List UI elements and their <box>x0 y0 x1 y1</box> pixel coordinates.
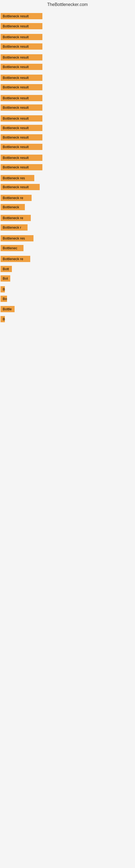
bottleneck-label: Bottleneck result <box>1 184 40 190</box>
list-item: Bottleneck result <box>1 134 42 142</box>
bottleneck-label: Bottleneck result <box>1 34 42 40</box>
bottleneck-label: Bott <box>1 266 12 272</box>
bottleneck-label: Bottleneck result <box>1 54 42 61</box>
bottleneck-label: Bottleneck result <box>1 125 42 131</box>
bottleneck-label: Bottleneck result <box>1 164 42 170</box>
list-item: Bottleneck result <box>1 115 42 123</box>
bottleneck-label: Bottleneck re <box>1 195 32 201</box>
bottleneck-label: Bottleneck result <box>1 95 42 101</box>
list-item: Bottleneck result <box>1 95 42 102</box>
site-title: TheBottlenecker.com <box>0 0 135 8</box>
bottleneck-label: Bottleneck res <box>1 235 34 241</box>
list-item: Bottleneck re <box>1 215 31 222</box>
list-item: B <box>1 286 5 293</box>
bottleneck-label: Bottle <box>1 306 14 312</box>
list-item: Bottleneck <box>1 204 25 211</box>
bottleneck-label: Bottleneck result <box>1 155 42 161</box>
list-item: Bottleneck r <box>1 224 28 231</box>
bottleneck-label: B <box>1 286 5 292</box>
bottleneck-label: Bottleneck r <box>1 224 28 230</box>
bottleneck-label: Bottleneck <box>1 204 25 210</box>
list-item: Bottleneck result <box>1 144 42 151</box>
list-item: Bottleneck result <box>1 13 42 20</box>
list-item: Bottleneck result <box>1 54 42 62</box>
bottleneck-label: Bottleneck re <box>1 256 30 262</box>
list-item: Bottle <box>1 306 14 313</box>
bottleneck-label: Bottleneck result <box>1 64 42 70</box>
list-item: Bottleneck res <box>1 235 34 243</box>
list-item: Bottleneck re <box>1 256 30 263</box>
list-item: Bottleneck result <box>1 23 42 30</box>
list-item: Bottleneck result <box>1 64 42 71</box>
bottleneck-label: Bottleneck result <box>1 134 42 141</box>
list-item: Bottleneck result <box>1 184 40 191</box>
bottleneck-label: Bo <box>1 296 7 302</box>
list-item: B <box>1 316 5 323</box>
bottleneck-label: B <box>1 316 5 322</box>
bottleneck-label: Bottleneck result <box>1 104 42 111</box>
list-item: Bottleneck result <box>1 104 42 112</box>
list-item: Bottleneck result <box>1 155 42 162</box>
bottleneck-label: Bottleneck result <box>1 84 42 90</box>
list-item: Bott <box>1 266 12 273</box>
bottleneck-label: Bottleneck result <box>1 43 42 50</box>
list-item: Bo <box>1 296 7 303</box>
list-item: Bottleneck result <box>1 34 42 41</box>
list-item: Bottleneck result <box>1 84 42 91</box>
bottleneck-label: Bottleneck result <box>1 144 42 150</box>
bottleneck-label: Bottleneck result <box>1 74 42 81</box>
list-item: Bottleneck result <box>1 74 42 82</box>
list-item: Bottlenec <box>1 245 24 252</box>
site-header: TheBottlenecker.com <box>0 0 135 8</box>
list-item: Bottleneck res <box>1 175 34 182</box>
bottleneck-label: Bottleneck res <box>1 175 34 181</box>
list-item: Bottleneck result <box>1 164 42 172</box>
list-item: Bot <box>1 275 10 283</box>
bottleneck-label: Bottlenec <box>1 245 24 251</box>
list-item: Bottleneck result <box>1 43 42 51</box>
bottleneck-label: Bottleneck result <box>1 13 42 19</box>
list-item: Bottleneck result <box>1 125 42 132</box>
bottleneck-label: Bot <box>1 275 10 282</box>
bottleneck-label: Bottleneck result <box>1 115 42 122</box>
list-item: Bottleneck re <box>1 195 32 202</box>
bottleneck-label: Bottleneck result <box>1 23 42 29</box>
bottleneck-list: Bottleneck resultBottleneck resultBottle… <box>0 8 135 863</box>
bottleneck-label: Bottleneck re <box>1 215 31 221</box>
